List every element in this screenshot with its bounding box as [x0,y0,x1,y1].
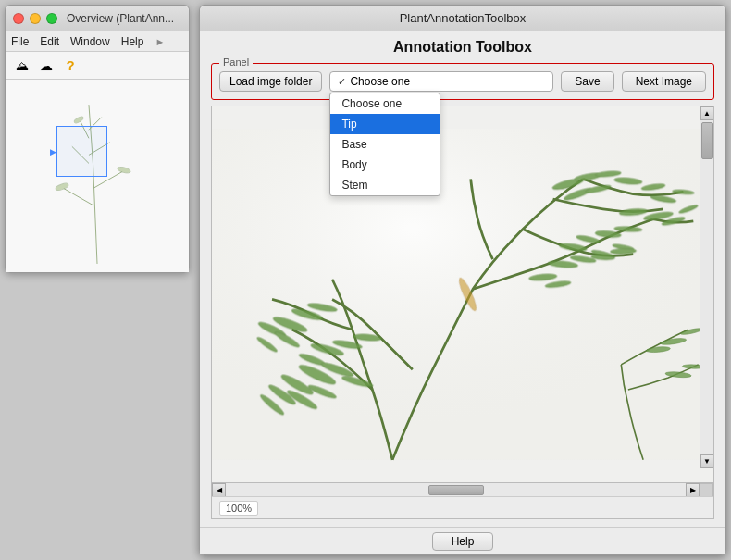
h-scrollbar-thumb[interactable] [428,485,484,495]
dropdown-item-tip[interactable]: Tip [330,114,440,134]
overview-canvas: ▶ [6,80,189,272]
panel-container: Panel Load imge folder ✓ Choose one Choo… [211,63,714,100]
h-scrollbar-track [226,483,686,497]
next-image-button[interactable]: Next Image [622,71,706,92]
menu-window[interactable]: Window [70,35,110,48]
help-button[interactable]: Help [432,532,494,551]
main-bottom-bar: Help [200,527,725,554]
annotation-heading: Annotation Toolbox [211,39,714,56]
dropdown-trigger[interactable]: ✓ Choose one [329,71,553,92]
maximize-button[interactable] [46,13,57,24]
dropdown-checkmark: ✓ [338,76,346,88]
overview-toolbar: ⛰ ☁ ? [6,52,189,80]
scroll-left-button[interactable]: ◀ [212,483,226,497]
dropdown-item-body[interactable]: Body [330,155,440,175]
dropdown-menu: Choose one Tip Base Body Stem [329,93,440,196]
cloud-icon[interactable]: ☁ [37,56,56,75]
zoom-level: 100% [219,501,258,516]
main-title: PlantAnnotationToolbox [400,11,527,25]
overview-titlebar: Overview (PlantAnn... [6,6,189,31]
menu-edit[interactable]: Edit [40,35,59,48]
image-viewer: ▲ ▼ ◀ ▶ 100% [211,106,714,519]
scroll-right-button[interactable]: ▶ [686,483,700,497]
overview-title: Overview (PlantAnn... [67,12,174,25]
main-content: Annotation Toolbox Panel Load imge folde… [200,31,725,527]
main-titlebar: PlantAnnotationToolbox [200,6,725,31]
overview-window: Overview (PlantAnn... File Edit Window H… [5,5,190,273]
scroll-up-button[interactable]: ▲ [700,106,714,120]
dropdown-selected-label: Choose one [350,75,410,88]
dropdown-item-stem[interactable]: Stem [330,175,440,195]
svg-line-2 [64,189,93,205]
vertical-scrollbar[interactable]: ▲ ▼ [700,106,713,468]
save-button[interactable]: Save [561,71,613,92]
horizontal-scrollbar[interactable]: ◀ ▶ [212,482,713,496]
dropdown-item-base[interactable]: Base [330,134,440,155]
main-window: PlantAnnotationToolbox Annotation Toolbo… [199,5,726,555]
dropdown-wrapper: ✓ Choose one Choose one Tip Base Body St… [329,71,553,92]
close-button[interactable] [13,13,24,24]
selection-rectangle: ▶ [56,126,107,177]
svg-point-9 [117,166,130,174]
svg-point-10 [73,116,84,124]
mountain-icon[interactable]: ⛰ [13,56,31,75]
menu-arrow: ► [155,36,165,47]
svg-line-0 [93,163,97,264]
scrollbar-track [700,120,714,454]
menu-file[interactable]: File [11,35,29,48]
svg-rect-12 [212,129,713,460]
menu-help[interactable]: Help [121,35,144,48]
overview-menubar: File Edit Window Help ► [6,31,189,52]
load-folder-button[interactable]: Load imge folder [219,71,322,92]
zoom-bar: 100% [212,496,713,518]
scrollbar-corner [700,483,713,497]
plant-image-svg [212,106,713,482]
help-icon[interactable]: ? [61,56,80,75]
minimize-button[interactable] [30,13,41,24]
scroll-down-button[interactable]: ▼ [700,454,714,468]
panel-label: Panel [219,56,253,68]
scrollbar-thumb[interactable] [701,122,713,159]
dropdown-item-choose[interactable]: Choose one [330,93,440,114]
plant-image-container[interactable] [212,106,713,482]
panel-controls: Load imge folder ✓ Choose one Choose one… [219,71,706,92]
